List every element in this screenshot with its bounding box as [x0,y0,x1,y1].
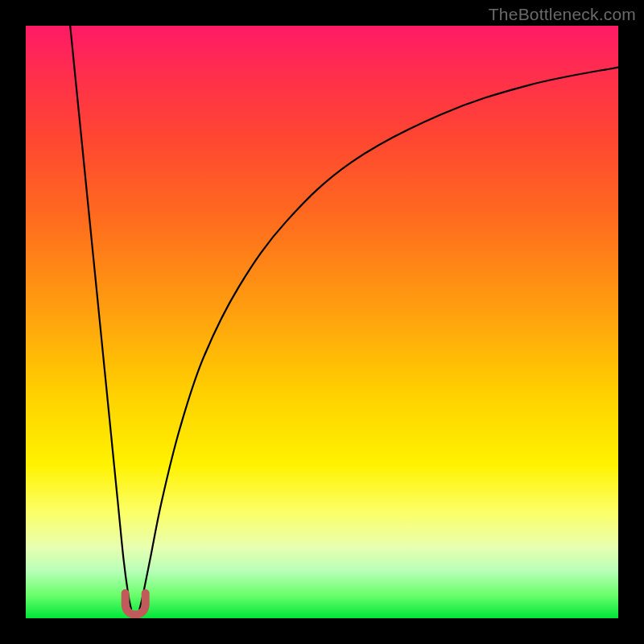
curve-left-branch [70,26,131,609]
chart-svg [26,26,618,618]
plot-area [26,26,618,618]
watermark-text: TheBottleneck.com [489,5,636,24]
curve-right-branch [139,68,618,609]
chart-frame: TheBottleneck.com [0,0,644,644]
minimum-marker-icon [126,593,146,614]
